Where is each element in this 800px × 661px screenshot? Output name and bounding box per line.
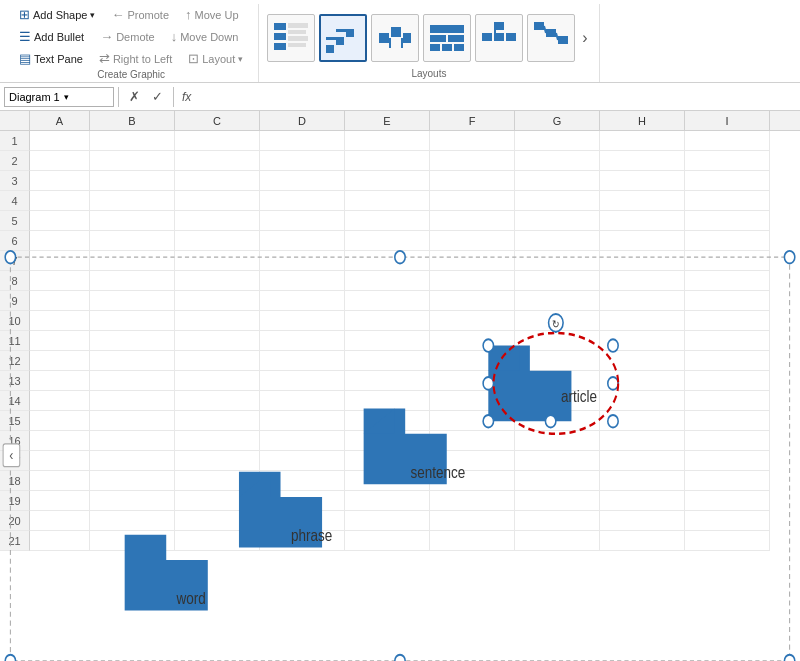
cell-15-D[interactable]: [260, 411, 345, 431]
cell-17-G[interactable]: [515, 451, 600, 471]
cell-9-G[interactable]: [515, 291, 600, 311]
right-to-left-button[interactable]: ⇄ Right to Left: [92, 48, 179, 69]
cell-11-H[interactable]: [600, 331, 685, 351]
layout-thumb-3[interactable]: [371, 14, 419, 62]
cell-20-D[interactable]: [260, 511, 345, 531]
cell-18-H[interactable]: [600, 471, 685, 491]
cell-5-H[interactable]: [600, 211, 685, 231]
cell-18-F[interactable]: [430, 471, 515, 491]
move-down-button[interactable]: ↓ Move Down: [164, 26, 246, 47]
cell-2-G[interactable]: [515, 151, 600, 171]
cell-1-B[interactable]: [90, 131, 175, 151]
cell-13-G[interactable]: [515, 371, 600, 391]
cell-7-D[interactable]: [260, 251, 345, 271]
text-pane-button[interactable]: ▤ Text Pane: [12, 48, 90, 69]
cell-4-C[interactable]: [175, 191, 260, 211]
cell-6-I[interactable]: [685, 231, 770, 251]
cell-2-B[interactable]: [90, 151, 175, 171]
cell-11-C[interactable]: [175, 331, 260, 351]
cell-6-A[interactable]: [30, 231, 90, 251]
cell-8-I[interactable]: [685, 271, 770, 291]
cell-4-F[interactable]: [430, 191, 515, 211]
cell-18-D[interactable]: [260, 471, 345, 491]
layout-thumb-6[interactable]: [527, 14, 575, 62]
cell-12-F[interactable]: [430, 351, 515, 371]
cell-17-D[interactable]: [260, 451, 345, 471]
cell-18-B[interactable]: [90, 471, 175, 491]
layout-thumb-2[interactable]: [319, 14, 367, 62]
cell-5-B[interactable]: [90, 211, 175, 231]
cell-2-E[interactable]: [345, 151, 430, 171]
cell-13-H[interactable]: [600, 371, 685, 391]
cell-9-F[interactable]: [430, 291, 515, 311]
cell-10-B[interactable]: [90, 311, 175, 331]
cell-7-G[interactable]: [515, 251, 600, 271]
cell-14-F[interactable]: [430, 391, 515, 411]
cancel-formula-button[interactable]: ✗: [123, 87, 146, 106]
cell-7-B[interactable]: [90, 251, 175, 271]
layouts-scroll-right[interactable]: ›: [579, 26, 590, 50]
promote-button[interactable]: ← Promote: [104, 4, 176, 25]
cell-3-G[interactable]: [515, 171, 600, 191]
cell-12-D[interactable]: [260, 351, 345, 371]
cell-1-D[interactable]: [260, 131, 345, 151]
cell-3-A[interactable]: [30, 171, 90, 191]
cell-7-A[interactable]: [30, 251, 90, 271]
cell-1-G[interactable]: [515, 131, 600, 151]
name-box[interactable]: Diagram 1 ▾: [4, 87, 114, 107]
cell-18-I[interactable]: [685, 471, 770, 491]
cell-5-C[interactable]: [175, 211, 260, 231]
cell-6-E[interactable]: [345, 231, 430, 251]
cell-11-A[interactable]: [30, 331, 90, 351]
cell-2-C[interactable]: [175, 151, 260, 171]
cell-20-F[interactable]: [430, 511, 515, 531]
cell-9-E[interactable]: [345, 291, 430, 311]
cell-6-B[interactable]: [90, 231, 175, 251]
cell-14-D[interactable]: [260, 391, 345, 411]
cell-16-A[interactable]: [30, 431, 90, 451]
cell-9-C[interactable]: [175, 291, 260, 311]
cell-7-C[interactable]: [175, 251, 260, 271]
cell-7-H[interactable]: [600, 251, 685, 271]
cell-12-B[interactable]: [90, 351, 175, 371]
cell-21-I[interactable]: [685, 531, 770, 551]
cell-20-C[interactable]: [175, 511, 260, 531]
cell-1-E[interactable]: [345, 131, 430, 151]
cell-1-H[interactable]: [600, 131, 685, 151]
cell-13-F[interactable]: [430, 371, 515, 391]
cell-16-I[interactable]: [685, 431, 770, 451]
cell-13-E[interactable]: [345, 371, 430, 391]
cell-20-B[interactable]: [90, 511, 175, 531]
cell-8-E[interactable]: [345, 271, 430, 291]
cell-2-H[interactable]: [600, 151, 685, 171]
cell-12-I[interactable]: [685, 351, 770, 371]
cell-12-G[interactable]: [515, 351, 600, 371]
cell-6-H[interactable]: [600, 231, 685, 251]
cell-10-A[interactable]: [30, 311, 90, 331]
cell-3-F[interactable]: [430, 171, 515, 191]
cell-21-C[interactable]: [175, 531, 260, 551]
cell-19-E[interactable]: [345, 491, 430, 511]
cell-6-G[interactable]: [515, 231, 600, 251]
cell-8-C[interactable]: [175, 271, 260, 291]
layout-thumb-5[interactable]: [475, 14, 523, 62]
cell-4-B[interactable]: [90, 191, 175, 211]
cell-12-E[interactable]: [345, 351, 430, 371]
cell-13-C[interactable]: [175, 371, 260, 391]
cell-14-G[interactable]: [515, 391, 600, 411]
cell-19-C[interactable]: [175, 491, 260, 511]
cell-21-D[interactable]: [260, 531, 345, 551]
cell-11-I[interactable]: [685, 331, 770, 351]
add-bullet-button[interactable]: ☰ Add Bullet: [12, 26, 91, 47]
cell-10-E[interactable]: [345, 311, 430, 331]
cell-16-D[interactable]: [260, 431, 345, 451]
cell-5-E[interactable]: [345, 211, 430, 231]
cell-17-H[interactable]: [600, 451, 685, 471]
cell-10-F[interactable]: [430, 311, 515, 331]
cell-10-D[interactable]: [260, 311, 345, 331]
cell-7-E[interactable]: [345, 251, 430, 271]
cell-15-G[interactable]: [515, 411, 600, 431]
cell-16-B[interactable]: [90, 431, 175, 451]
confirm-formula-button[interactable]: ✓: [146, 87, 169, 106]
cell-3-E[interactable]: [345, 171, 430, 191]
